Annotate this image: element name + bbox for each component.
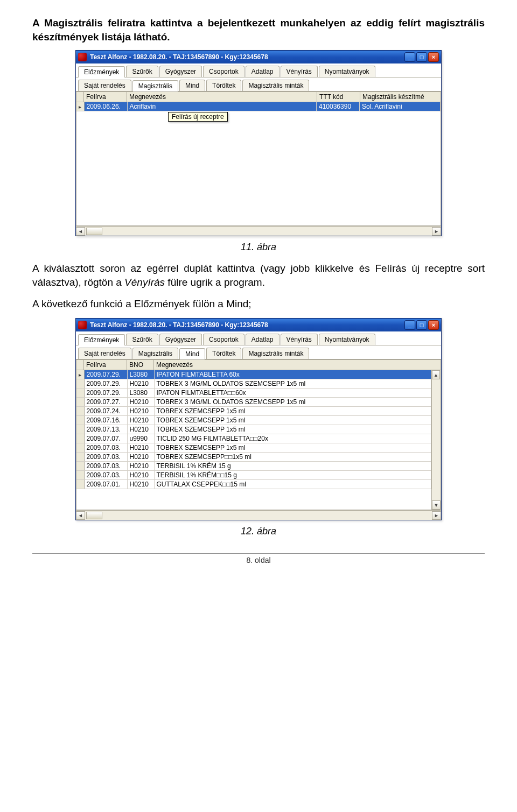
scroll-left-icon[interactable]: ◄ <box>76 227 85 236</box>
col-felirva[interactable]: Felírva <box>84 360 127 370</box>
cell-date: 2009.07.01. <box>84 480 127 489</box>
grid-body[interactable]: 2009.06.26. Acriflavin 410036390 Sol. Ac… <box>76 102 441 226</box>
tab-saját-rendelés[interactable]: Saját rendelés <box>78 80 131 91</box>
table-row[interactable]: 2009.07.29.L3080IPATON FILMTABLETTA□□60x <box>76 389 431 398</box>
cell-date: 2009.07.07. <box>84 434 127 443</box>
tab-szűrők[interactable]: Szűrők <box>126 334 158 345</box>
cell-bno: H0210 <box>127 379 154 389</box>
table-row[interactable]: 2009.07.27.H0210TOBREX 3 MG/ML OLDATOS S… <box>76 398 431 407</box>
cell-name: TERBISIL 1% KRÉM 15 g <box>154 462 431 471</box>
col-felirva[interactable]: Felírva <box>84 92 127 102</box>
tab-saját-rendelés[interactable]: Saját rendelés <box>78 348 131 359</box>
cell-mag: Sol. Acriflavini <box>360 102 441 111</box>
tab-adatlap[interactable]: Adatlap <box>246 334 280 345</box>
cell-date: 2009.07.29. <box>84 370 127 379</box>
minimize-button[interactable]: _ <box>404 52 415 62</box>
tab-gyógyszer[interactable]: Gyógyszer <box>159 66 202 77</box>
cell-name: TOBREX SZEMCSEPP□□1x5 ml <box>154 453 431 462</box>
table-row[interactable]: 2009.07.29.L3080IPATON FILMTABLETTA 60x <box>76 370 431 379</box>
table-row[interactable]: 2009.07.03.H0210TERBISIL 1% KRÉM□□15 g <box>76 471 431 480</box>
titlebar: Teszt Alfonz - 1982.08.20. - TAJ:1345678… <box>76 319 441 331</box>
cell-bno: H0210 <box>127 425 154 434</box>
page-footer: 8. oldal <box>32 553 485 564</box>
tab-töröltek[interactable]: Töröltek <box>206 348 241 359</box>
tab-csoportok[interactable]: Csoportok <box>203 66 244 77</box>
table-row[interactable]: 2009.07.16.H0210TOBREX SZEMCSEPP 1x5 ml <box>76 416 431 425</box>
minimize-button[interactable]: _ <box>404 320 415 330</box>
tab-szűrők[interactable]: Szűrők <box>126 66 158 77</box>
window-title: Teszt Alfonz - 1982.08.20. - TAJ:1345678… <box>90 321 268 329</box>
table-row[interactable]: 2009.07.07.u9990TICLID 250 MG FILMTABLET… <box>76 434 431 443</box>
cell-name: Acriflavin <box>127 102 317 111</box>
scroll-up-icon[interactable]: ▲ <box>432 370 440 379</box>
tab-csoportok[interactable]: Csoportok <box>203 334 244 345</box>
tabbar-sub: Saját rendelésMagisztrálisMindTöröltekMa… <box>76 345 441 359</box>
tab-vényírás[interactable]: Vényírás <box>281 334 318 345</box>
col-magisz[interactable]: Magisztrális készítmé <box>360 92 441 102</box>
tab-magisztrális[interactable]: Magisztrális <box>132 348 178 359</box>
tab-előzmények[interactable]: Előzmények <box>78 334 125 345</box>
table-row[interactable]: 2009.07.29.H0210TOBREX 3 MG/ML OLDATOS S… <box>76 379 431 389</box>
table-row[interactable]: 2009.07.24.H0210TOBREX SZEMCSEPP 1x5 ml <box>76 407 431 416</box>
tab-adatlap[interactable]: Adatlap <box>246 66 280 77</box>
h-scrollbar[interactable]: ◄ ► <box>76 510 441 520</box>
h-scrollbar[interactable]: ◄ ► <box>76 226 441 236</box>
tab-töröltek[interactable]: Töröltek <box>206 80 241 91</box>
cell-name: TOBREX SZEMCSEPP 1x5 ml <box>154 416 431 425</box>
cell-bno: L3080 <box>127 370 154 379</box>
maximize-button[interactable]: □ <box>416 320 427 330</box>
maximize-button[interactable]: □ <box>416 52 427 62</box>
tab-mind[interactable]: Mind <box>179 348 205 359</box>
col-megnevezes[interactable]: Megnevezés <box>127 92 317 102</box>
tab-magisztrális-minták[interactable]: Magisztrális minták <box>242 80 309 91</box>
tab-nyomtatványok[interactable]: Nyomtatványok <box>319 66 375 77</box>
col-ttt[interactable]: TTT kód <box>317 92 360 102</box>
scroll-right-icon[interactable]: ► <box>432 511 441 520</box>
cell-name: GUTTALAX CSEPPEK□□15 ml <box>154 480 431 489</box>
tab-nyomtatványok[interactable]: Nyomtatványok <box>319 334 375 345</box>
col-bno[interactable]: BNO <box>127 360 154 370</box>
cell-date: 2009.07.03. <box>84 453 127 462</box>
table-row[interactable]: 2009.07.01.H0210GUTTALAX CSEPPEK□□15 ml <box>76 480 431 489</box>
cell-bno: H0210 <box>127 407 154 416</box>
close-button[interactable]: × <box>428 320 439 330</box>
tab-vényírás[interactable]: Vényírás <box>281 66 318 77</box>
tab-mind[interactable]: Mind <box>179 80 205 91</box>
cell-name: TOBREX SZEMCSEPP 1x5 ml <box>154 407 431 416</box>
body-paragraph-2: A kiválasztott soron az egérrel duplát k… <box>32 262 485 289</box>
cell-bno: H0210 <box>127 480 154 489</box>
v-scrollbar[interactable]: ▲ ▼ <box>431 370 441 510</box>
cell-date: 2009.07.13. <box>84 425 127 434</box>
scroll-left-icon[interactable]: ◄ <box>76 511 85 520</box>
table-row[interactable]: 2009.07.03.H0210TOBREX SZEMCSEPP 1x5 ml <box>76 443 431 453</box>
cell-bno: H0210 <box>127 453 154 462</box>
screenshot-window-1: Teszt Alfonz - 1982.08.20. - TAJ:1345678… <box>75 50 442 236</box>
tab-magisztrális-minták[interactable]: Magisztrális minták <box>242 348 309 359</box>
body-paragraph-3: A következő funkció a Előzmények fülön a… <box>32 297 485 311</box>
grid-body[interactable]: 2009.07.29.L3080IPATON FILMTABLETTA 60x2… <box>76 370 441 510</box>
table-row[interactable]: 2009.07.03.H0210TERBISIL 1% KRÉM 15 g <box>76 462 431 471</box>
tab-gyógyszer[interactable]: Gyógyszer <box>159 334 202 345</box>
table-row[interactable]: 2009.07.03.H0210TOBREX SZEMCSEPP□□1x5 ml <box>76 453 431 462</box>
close-button[interactable]: × <box>428 52 439 62</box>
cell-name: TOBREX 3 MG/ML OLDATOS SZEMCSEPP 1x5 ml <box>154 379 431 389</box>
cell-name: TOBREX 3 MG/ML OLDATOS SZEMCSEPP 1x5 ml <box>154 398 431 407</box>
cell-name: TOBREX SZEMCSEPP 1x5 ml <box>154 425 431 434</box>
cell-date: 2009.07.03. <box>84 462 127 471</box>
cell-date: 2009.07.27. <box>84 398 127 407</box>
cell-date: 2009.06.26. <box>84 102 127 111</box>
table-row[interactable]: 2009.06.26. Acriflavin 410036390 Sol. Ac… <box>76 102 441 111</box>
context-tooltip: Felírás új receptre <box>168 112 228 122</box>
col-megnevezes[interactable]: Megnevezés <box>154 360 441 370</box>
tab-előzmények[interactable]: Előzmények <box>78 66 125 77</box>
table-row[interactable]: 2009.07.13.H0210TOBREX SZEMCSEPP 1x5 ml <box>76 425 431 434</box>
scroll-down-icon[interactable]: ▼ <box>432 500 441 510</box>
tab-magisztrális[interactable]: Magisztrális <box>132 80 178 91</box>
cell-name: TERBISIL 1% KRÉM□□15 g <box>154 471 431 480</box>
scroll-right-icon[interactable]: ► <box>432 227 441 236</box>
cell-date: 2009.07.29. <box>84 389 127 398</box>
cell-ttt: 410036390 <box>317 102 360 111</box>
cell-bno: H0210 <box>127 462 154 471</box>
cell-bno: H0210 <box>127 416 154 425</box>
figure-caption-2: 12. ábra <box>32 526 485 537</box>
